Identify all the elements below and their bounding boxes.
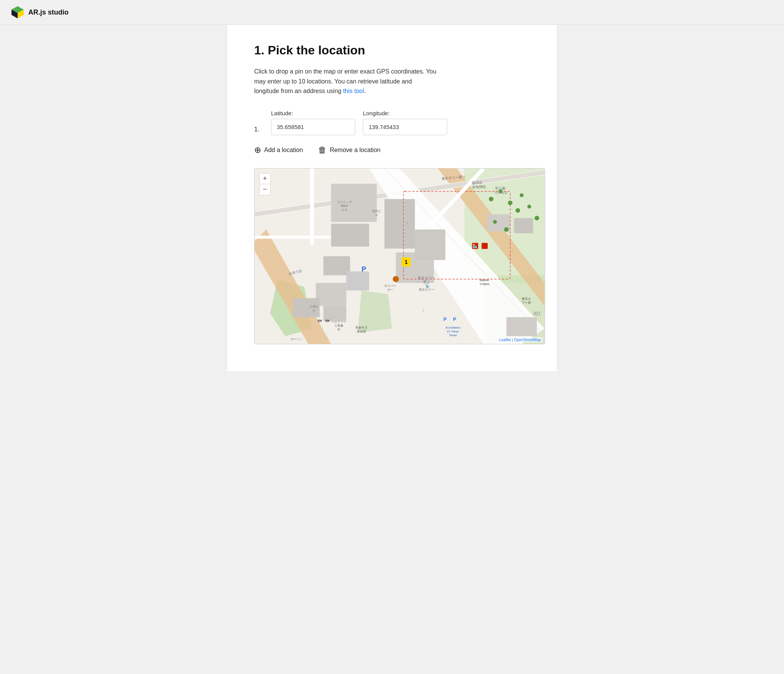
svg-text:メソニック: メソニック (337, 200, 352, 203)
location-row-1: 1. Latitude: Longitude: (254, 110, 530, 135)
marker-label: 1 (405, 259, 408, 265)
svg-point-49 (493, 220, 497, 224)
svg-rect-41 (482, 243, 488, 249)
svg-point-44 (508, 200, 513, 205)
svg-text:38MT: 38MT (340, 204, 348, 207)
map-svg: 板橋方面 東京タワー 通り 東京タワー通り P 📡 (255, 168, 545, 344)
svg-text:↑: ↑ (407, 221, 408, 226)
zoom-in-button[interactable]: + (260, 173, 270, 184)
svg-text:Tower: Tower (449, 334, 457, 337)
leaflet-attribution-link[interactable]: Leaflet (499, 338, 511, 342)
main-content: 1. Pick the location Click to drop a pin… (227, 25, 557, 371)
svg-rect-26 (514, 218, 533, 233)
svg-point-47 (528, 204, 531, 208)
svg-rect-16 (331, 224, 369, 247)
remove-location-label: Remove a location (330, 147, 381, 154)
svg-text:東京タワー: 東京タワー (418, 276, 435, 280)
svg-rect-17 (384, 199, 415, 248)
svg-rect-20 (323, 256, 350, 275)
logo-text: AR.js studio (28, 8, 69, 16)
svg-text:Marion: Marion (480, 278, 489, 281)
svg-text:21 Tokyo: 21 Tokyo (447, 330, 459, 333)
svg-text:P: P (361, 265, 366, 273)
page-title: 1. Pick the location (254, 43, 530, 57)
svg-text:ス東麻: ス東麻 (334, 324, 343, 327)
svg-text:P: P (444, 317, 447, 322)
longitude-label: Longitude: (363, 110, 447, 116)
description-text-2: . (364, 88, 366, 94)
zoom-out-button[interactable]: − (260, 184, 270, 195)
svg-rect-27 (506, 317, 537, 336)
svg-text:東京タ: 東京タ (522, 297, 531, 301)
add-icon: ⊕ (254, 146, 261, 154)
latitude-field-group: Latitude: (271, 110, 355, 135)
add-location-label: Add a location (264, 147, 303, 154)
svg-rect-21 (316, 283, 346, 306)
svg-text:ガー: ガー (387, 288, 393, 291)
svg-text:🍽: 🍽 (325, 319, 329, 323)
svg-text:ワー前: ワー前 (522, 301, 531, 304)
svg-text:EcoStation: EcoStation (446, 326, 460, 329)
logo-container: AR.js studio (11, 5, 69, 19)
svg-point-48 (534, 216, 539, 220)
svg-point-37 (393, 276, 399, 282)
svg-text:芝公園: 芝公園 (495, 186, 505, 190)
svg-text:モスバー: モスバー (384, 284, 396, 287)
longitude-input[interactable] (363, 119, 447, 135)
osm-attribution-link[interactable]: OpenStreetMap (514, 338, 541, 342)
remove-location-button[interactable]: 🗑 Remove a location (318, 146, 381, 154)
this-tool-link[interactable]: this tool (343, 88, 364, 94)
svg-text:ル: ル (375, 213, 378, 217)
header: AR.js studio (0, 0, 784, 25)
svg-text:東京タワー: 東京タワー (419, 288, 434, 291)
actions-row: ⊕ Add a location 🗑 Remove a location (254, 146, 530, 154)
svg-text:Crêpes: Crêpes (480, 282, 490, 285)
svg-text:八木ビ: 八木ビ (309, 305, 319, 308)
latitude-input[interactable] (271, 119, 355, 135)
svg-text:ル: ル (312, 309, 315, 312)
svg-rect-19 (415, 229, 446, 260)
map-container[interactable]: 板橋方面 東京タワー 通り 東京タワー通り P 📡 (254, 168, 545, 344)
location-index-1: 1. (254, 110, 263, 133)
svg-text:🍽: 🍽 (318, 319, 322, 323)
svg-text:301: 301 (533, 311, 541, 316)
svg-text:時体地蔵: 時体地蔵 (495, 191, 507, 194)
add-location-button[interactable]: ⊕ Add a location (254, 146, 303, 154)
svg-text:P: P (453, 317, 456, 322)
svg-text:金地禅院: 金地禅院 (472, 185, 486, 189)
svg-text:📡: 📡 (425, 282, 430, 288)
svg-point-42 (489, 196, 493, 201)
map-marker-1[interactable]: 1 (401, 257, 412, 267)
svg-rect-22 (346, 272, 369, 291)
logo-icon (11, 5, 24, 19)
svg-text:ビル: ビル (341, 208, 348, 211)
page-description: Click to drop a pin on the map or enter … (254, 67, 438, 96)
svg-text:↓: ↓ (423, 308, 425, 312)
coords-group-1: Latitude: Longitude: (271, 110, 447, 135)
svg-text:東麻布児: 東麻布児 (355, 326, 368, 329)
svg-text:童遊園: 童遊園 (357, 330, 366, 333)
latitude-label: Latitude: (271, 110, 355, 116)
remove-icon: 🗑 (318, 146, 327, 154)
svg-point-50 (504, 227, 509, 232)
map-attribution: Leaflet | OpenStreetMap (498, 337, 542, 342)
svg-point-45 (520, 193, 524, 197)
svg-text:ベルファー: ベルファー (331, 320, 346, 324)
longitude-field-group: Longitude: (363, 110, 447, 135)
svg-text:布: 布 (337, 328, 340, 331)
map-controls: + − (259, 173, 271, 195)
svg-text:🏪: 🏪 (472, 244, 477, 249)
svg-text:臨済宗: 臨済宗 (472, 181, 482, 185)
svg-text:ローソン: ローソン (291, 337, 303, 341)
svg-point-46 (516, 208, 520, 213)
svg-text:渋沢ビ: 渋沢ビ (372, 209, 382, 213)
